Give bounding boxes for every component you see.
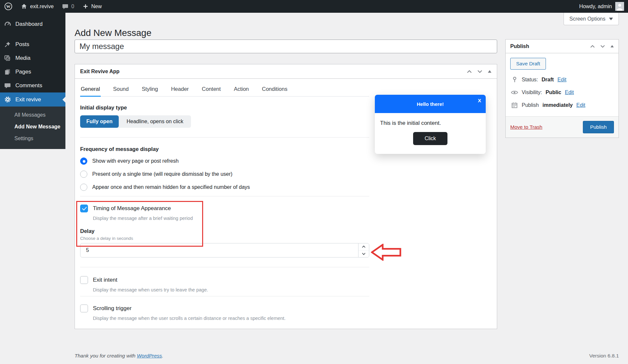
section-divider [80,296,369,296]
edit-schedule-link[interactable]: Edit [576,102,585,108]
sidebar-item-comments[interactable]: Comments [0,79,65,92]
move-down-icon[interactable] [600,45,605,48]
toggle-panel-icon[interactable] [610,45,614,48]
svg-text:W: W [6,4,10,9]
sidebar-item-dashboard[interactable]: Dashboard [0,17,65,31]
toggle-panel-icon[interactable] [488,70,492,73]
tab-content[interactable]: Content [201,83,221,97]
checkbox-checked-icon[interactable] [80,205,88,212]
post-title-input[interactable] [75,40,497,53]
radio-checked-icon[interactable] [80,157,87,165]
tab-general[interactable]: General [80,83,101,97]
move-to-trash-link[interactable]: Move to Trash [510,124,542,130]
edit-status-link[interactable]: Edit [557,77,567,83]
timing-checkbox-row[interactable]: Timing of Message Appearance [80,204,369,213]
status-label: Status: [522,77,538,83]
exit-intent-label: Exit intent [93,277,117,283]
publish-metabox: Publish Save Draft Status: Draft E [505,39,619,138]
submenu-item-add-new-message[interactable]: Add New Message [0,121,65,133]
section-divider [80,137,369,138]
exit-revive-submenu: All Messages Add New Message Settings [0,107,65,149]
status-value: Draft [542,77,554,83]
frequency-option-single-time[interactable]: Present only a single time (will require… [80,170,369,178]
exit-intent-block: Exit intent Display the message when use… [80,276,369,292]
sidebar-item-label: Posts [15,41,29,48]
wordpress-logo-icon: W [4,2,12,10]
save-draft-button[interactable]: Save Draft [510,58,546,70]
site-name-label: exit.revive [30,4,54,9]
metabox-header: Exit Revive App [75,64,497,79]
checkbox-unchecked-icon[interactable] [80,305,88,312]
headline-option[interactable]: Headline, opens on click [119,115,191,128]
checkbox-unchecked-icon[interactable] [80,276,88,284]
publish-title: Publish [510,43,529,49]
new-label: New [91,4,102,9]
sidebar-item-label: Dashboard [15,21,43,27]
delay-label: Delay [80,228,369,234]
timing-description: Display the message after a brief waitin… [93,216,369,221]
gear-icon [4,96,11,103]
sidebar-item-posts[interactable]: Posts [0,38,65,51]
radio-label: Show with every page or post refresh [92,158,179,164]
dashboard-icon [4,21,11,27]
scrolling-trigger-label: Scrolling trigger [93,305,131,312]
sidebar-item-label: Pages [15,69,31,75]
pin-icon [511,76,518,83]
timing-label: Timing of Message Appearance [93,205,171,212]
menu-separator [0,31,65,38]
comments-bubble-menu[interactable]: 0 [58,0,78,13]
move-down-icon[interactable] [477,70,482,73]
close-icon[interactable]: X [478,98,481,103]
submenu-item-all-messages[interactable]: All Messages [0,109,65,121]
wordpress-logo-menu[interactable]: W [0,0,17,13]
delay-input-group [80,243,369,257]
spinner-up-icon[interactable] [358,243,369,251]
fully-open-option[interactable]: Fully open [80,115,119,128]
radio-unchecked-icon[interactable] [80,171,87,178]
frequency-option-every-refresh[interactable]: Show with every page or post refresh [80,157,369,165]
publish-body: Save Draft Status: Draft Edit Visibility… [506,53,619,116]
frequency-option-hidden-days[interactable]: Appear once and then remain hidden for a… [80,183,369,191]
radio-label: Appear once and then remain hidden for a… [92,184,250,190]
general-tab-panel: Initial display type Fully open Headline… [75,97,369,321]
sidebar-item-pages[interactable]: Pages [0,65,65,79]
sidebar-item-exit-revive[interactable]: Exit revive [0,92,65,107]
wordpress-link[interactable]: WordPress [137,353,162,358]
timing-block: Timing of Message Appearance Display the… [80,204,369,221]
exit-intent-checkbox-row[interactable]: Exit intent [80,276,369,284]
move-up-icon[interactable] [467,70,472,73]
tab-action[interactable]: Action [233,83,250,97]
comment-bubble-icon [62,4,68,9]
popup-title: Hello there! [417,101,444,107]
schedule-value: immediately [542,102,572,108]
spinner-down-icon[interactable] [358,251,369,257]
frequency-label: Frequency of message display [80,146,369,152]
radio-unchecked-icon[interactable] [80,184,87,191]
radio-label: Present only a single time (will require… [92,171,233,177]
move-up-icon[interactable] [590,45,595,48]
account-menu[interactable]: Howdy, admin [579,2,628,11]
submenu-item-settings[interactable]: Settings [0,133,65,144]
tab-styling[interactable]: Styling [141,83,159,97]
status-row: Status: Draft Edit [511,76,613,83]
site-name-menu[interactable]: exit.revive [17,0,58,13]
sidebar-item-label: Exit revive [15,96,41,103]
tab-header[interactable]: Header [170,83,189,97]
footer-version: Version 6.8.1 [589,353,619,359]
new-content-menu[interactable]: New [78,0,106,13]
edit-visibility-link[interactable]: Edit [565,90,574,95]
delay-input[interactable] [80,243,358,257]
pushpin-icon [4,41,11,48]
tab-conditions[interactable]: Conditions [261,83,288,97]
scrolling-trigger-checkbox-row[interactable]: Scrolling trigger [80,304,369,313]
tab-sound[interactable]: Sound [113,83,130,97]
sidebar-item-media[interactable]: Media [0,51,65,65]
media-icon [4,55,11,61]
popup-click-button[interactable]: Click [413,132,447,145]
screen-options-label: Screen Options [569,16,605,22]
publish-button[interactable]: Publish [583,121,614,133]
howdy-label: Howdy, admin [579,4,612,9]
footer-period: . [162,353,163,358]
screen-options-toggle[interactable]: Screen Options [564,13,619,25]
initial-display-type-label: Initial display type [80,105,369,111]
